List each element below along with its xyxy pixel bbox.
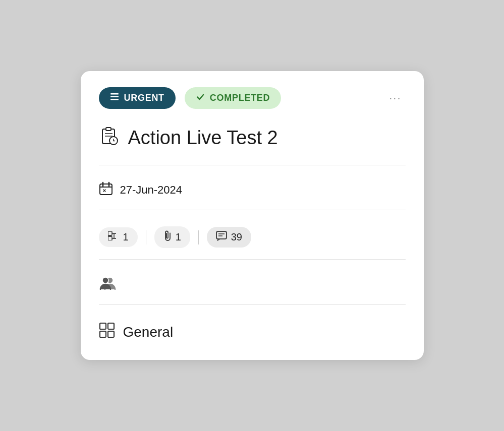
svg-rect-26 xyxy=(100,323,106,329)
comments-pill[interactable]: 39 xyxy=(207,227,251,248)
completed-badge[interactable]: COMPLETED xyxy=(185,87,281,109)
completed-icon xyxy=(196,92,205,104)
users-row xyxy=(99,271,406,304)
attachments-count: 1 xyxy=(176,231,181,243)
title-row: Action Live Test 2 xyxy=(99,125,406,151)
task-card: URGENT COMPLETED ··· xyxy=(81,71,424,360)
completed-label: COMPLETED xyxy=(210,93,270,103)
subtasks-count: 1 xyxy=(123,231,129,243)
comments-count: 39 xyxy=(231,231,242,243)
date-icon xyxy=(99,181,113,199)
svg-rect-16 xyxy=(108,231,112,235)
subtasks-icon xyxy=(108,231,119,243)
category-icon xyxy=(99,322,115,342)
svg-rect-1 xyxy=(110,96,119,98)
svg-rect-4 xyxy=(106,128,111,131)
urgent-label: URGENT xyxy=(124,93,164,103)
subtasks-pill[interactable]: 1 xyxy=(99,227,138,247)
stat-sep-1 xyxy=(146,230,146,244)
divider-1 xyxy=(99,165,406,165)
svg-point-25 xyxy=(102,277,108,283)
badges-row: URGENT COMPLETED ··· xyxy=(99,87,406,109)
category-label: General xyxy=(123,324,174,340)
stats-row: 1 1 39 xyxy=(99,221,406,259)
svg-rect-21 xyxy=(216,231,227,239)
urgent-icon xyxy=(110,92,119,104)
task-title: Action Live Test 2 xyxy=(128,128,278,149)
svg-rect-2 xyxy=(110,99,119,100)
more-options-button[interactable]: ··· xyxy=(385,90,405,107)
task-type-icon xyxy=(99,125,120,151)
divider-3 xyxy=(99,259,406,260)
urgent-badge[interactable]: URGENT xyxy=(99,87,176,109)
divider-2 xyxy=(99,210,406,210)
users-icon xyxy=(99,276,117,293)
attachment-icon xyxy=(163,230,172,244)
comments-icon xyxy=(216,231,227,243)
category-row: General xyxy=(99,316,406,342)
divider-4 xyxy=(99,304,406,305)
svg-rect-28 xyxy=(100,331,106,337)
svg-rect-29 xyxy=(108,331,114,337)
svg-rect-0 xyxy=(110,93,119,95)
svg-rect-10 xyxy=(100,184,112,195)
date-row: 27-Jun-2024 xyxy=(99,176,406,210)
due-date: 27-Jun-2024 xyxy=(120,183,183,197)
svg-rect-17 xyxy=(108,236,112,240)
svg-rect-27 xyxy=(108,323,114,329)
stat-sep-2 xyxy=(198,230,199,244)
attachments-pill[interactable]: 1 xyxy=(154,226,190,248)
